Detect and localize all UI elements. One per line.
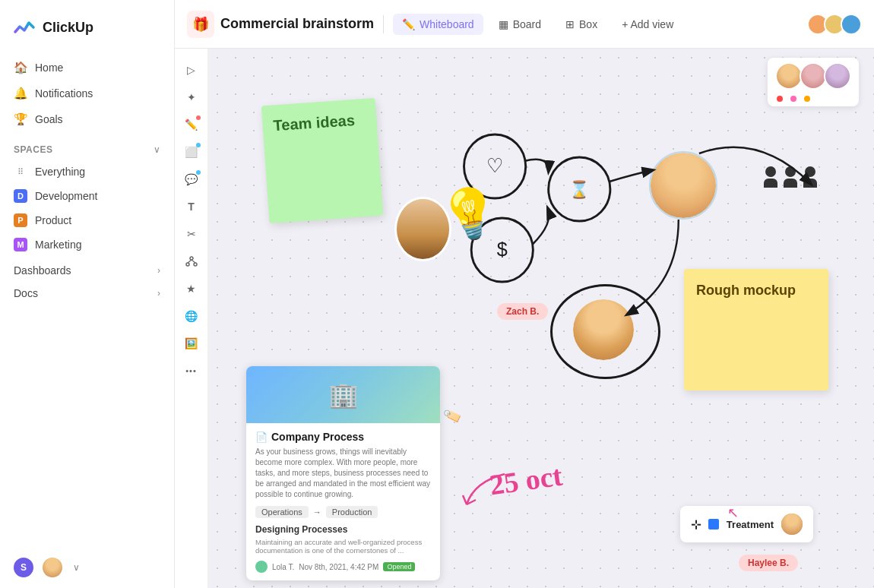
tool-magic[interactable]: ★ — [179, 277, 204, 301]
doc-flow-to: Production — [326, 506, 378, 518]
comment-icon: 💬 — [185, 173, 198, 185]
person-ellipse — [550, 284, 660, 379]
marketing-dot: M — [14, 238, 27, 251]
sidebar-footer: S ∨ — [0, 547, 174, 588]
sidebar-home-label: Home — [35, 62, 63, 74]
sidebar-item-marketing[interactable]: M Marketing — [6, 232, 168, 257]
spaces-chevron-icon[interactable]: ∨ — [154, 144, 160, 155]
sticky-yellow-text: Rough mockup — [696, 283, 796, 298]
add-view-button[interactable]: + Add view — [613, 14, 682, 35]
logo-text: ClickUp — [43, 20, 93, 36]
tab-box[interactable]: ⊞ Box — [556, 14, 606, 35]
more-icon: ••• — [185, 366, 197, 375]
treatment-card[interactable]: ⊹ Treatment — [680, 506, 813, 542]
document-card[interactable]: 🏢 📄 Company Process As your business gro… — [246, 366, 440, 580]
sidebar-item-goals[interactable]: 🏆 Goals — [6, 106, 168, 132]
doc-body: 📄 Company Process As your business grows… — [246, 423, 440, 580]
dashboards-arrow-icon: › — [157, 265, 160, 276]
sidebar-item-product[interactable]: P Product — [6, 208, 168, 232]
doc-description: As your business grows, things will inev… — [255, 447, 431, 500]
avatar-dot-row — [775, 96, 851, 102]
doc-section-title: Designing Processes — [255, 524, 431, 535]
top-avatar-2 — [800, 62, 827, 90]
board-icon: ▦ — [499, 18, 508, 30]
globe-icon: 🌐 — [185, 310, 198, 322]
tool-network[interactable] — [179, 249, 204, 273]
zach-badge: Zach B. — [497, 303, 548, 320]
tab-whiteboard[interactable]: ✏️ Whiteboard — [393, 14, 483, 35]
doc-author-avatar — [255, 561, 268, 573]
treatment-avatar — [781, 514, 803, 535]
pen-icon: ✏️ — [185, 119, 198, 131]
dashboards-section[interactable]: Dashboards › — [0, 257, 174, 280]
dashboards-label: Dashboards — [14, 264, 71, 277]
sidebar-goals-label: Goals — [35, 113, 63, 125]
haylee-badge: Haylee B. — [739, 555, 798, 571]
drag-icon[interactable]: ⊹ — [691, 517, 701, 532]
content-row: ▷ ✦ ✏️ ⬜ 💬 T ✂ — [175, 49, 874, 588]
product-label: Product — [35, 214, 71, 226]
tool-text[interactable]: T — [179, 194, 204, 219]
development-label: Development — [35, 190, 98, 202]
topbar: 🎁 Commercial brainstorm ✏️ Whiteboard ▦ … — [175, 0, 874, 49]
sidebar-item-notifications[interactable]: 🔔 Notifications — [6, 81, 168, 106]
development-dot: D — [14, 189, 27, 203]
sidebar-nav: 🏠 Home 🔔 Notifications 🏆 Goals — [0, 52, 174, 135]
sticky-note-team-ideas[interactable]: Team ideas — [261, 98, 383, 223]
user-avatar-photo[interactable] — [41, 556, 64, 579]
tool-image[interactable]: 🖼️ — [179, 331, 204, 356]
date-arrow — [459, 466, 520, 512]
svg-text:$: $ — [497, 239, 508, 260]
everything-icon: ⠿ — [14, 165, 27, 179]
docs-arrow-icon: › — [157, 288, 160, 299]
tab-board[interactable]: ▦ Board — [489, 14, 550, 35]
tool-more[interactable]: ••• — [179, 359, 204, 383]
person-photo-2 — [649, 151, 717, 220]
lightbulb-drawing: 💡 — [435, 180, 506, 248]
tool-ai[interactable]: ✦ — [179, 85, 204, 109]
tool-pen[interactable]: ✏️ — [179, 112, 204, 137]
user-chevron-icon[interactable]: ∨ — [73, 562, 80, 573]
everything-label: Everything — [35, 166, 85, 178]
whiteboard-canvas[interactable]: Team ideas Rough mockup — [208, 49, 874, 588]
sticky-green-text: Team ideas — [273, 112, 356, 134]
bell-icon: 🔔 — [14, 87, 27, 100]
spaces-label: Spaces — [14, 144, 52, 155]
sidebar-item-development[interactable]: D Development — [6, 184, 168, 208]
people-group-icon — [764, 166, 817, 188]
sidebar-item-home[interactable]: 🏠 Home — [6, 55, 168, 81]
top-avatar-1 — [775, 62, 803, 90]
sticky-note-rough-mockup[interactable]: Rough mockup — [684, 269, 828, 390]
collaborator-avatar-3 — [841, 14, 862, 35]
treatment-color-square — [708, 519, 719, 530]
sidebar-item-everything[interactable]: ⠿ Everything — [6, 160, 168, 184]
tool-select[interactable]: ▷ — [179, 58, 204, 82]
tool-globe[interactable]: 🌐 — [179, 304, 204, 328]
svg-text:♡: ♡ — [486, 155, 504, 176]
doc-status-badge: Opened — [383, 562, 415, 571]
whiteboard-icon: ✏️ — [402, 18, 415, 30]
tool-crop[interactable]: ✂ — [179, 222, 204, 246]
sidebar: ClickUp 🏠 Home 🔔 Notifications 🏆 Goals S… — [0, 0, 175, 588]
tag-icon: 🏷️ — [442, 406, 463, 427]
collaborator-avatars — [807, 14, 862, 35]
pen-dot — [196, 115, 201, 120]
image-icon: 🖼️ — [185, 337, 198, 349]
doc-title: 📄 Company Process — [255, 431, 431, 443]
cursor-icon: ▷ — [187, 64, 195, 76]
tool-shape[interactable]: ⬜ — [179, 140, 204, 164]
doc-flow: Operations → Production — [255, 506, 431, 518]
shape-dot — [196, 143, 201, 147]
view-icon: 🎁 — [187, 11, 214, 38]
avatar-dot-2 — [790, 96, 796, 102]
tool-comment[interactable]: 💬 — [179, 167, 204, 191]
goals-icon: 🏆 — [14, 112, 27, 126]
svg-line-3 — [188, 260, 192, 263]
logo: ClickUp — [0, 0, 174, 52]
docs-section[interactable]: Docs › — [0, 280, 174, 302]
user-avatar-initial[interactable]: S — [12, 556, 35, 579]
spaces-header: Spaces ∨ — [0, 135, 174, 160]
doc-header-image: 🏢 — [246, 366, 440, 423]
home-icon: 🏠 — [14, 61, 27, 74]
svg-point-2 — [194, 263, 197, 266]
